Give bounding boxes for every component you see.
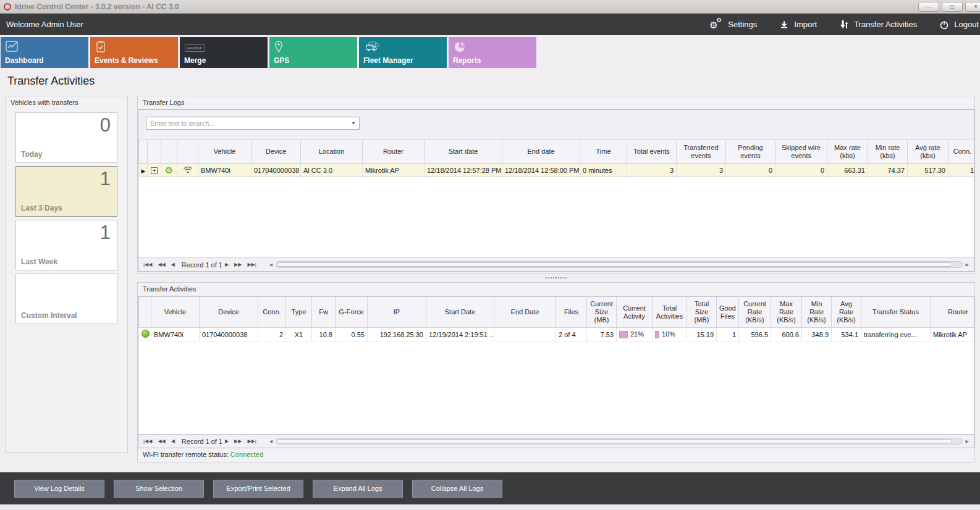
col-time[interactable]: Time xyxy=(580,140,627,164)
pager-next-group-icon[interactable]: ▶▶ xyxy=(234,438,242,444)
panel-splitter[interactable] xyxy=(137,274,975,282)
transfer-activities-button[interactable]: Transfer Activities xyxy=(839,19,917,30)
cell-transfer-status: transferring eve... xyxy=(861,328,931,341)
col-files[interactable]: Files xyxy=(556,297,587,328)
pager-prev-icon[interactable]: ◀ xyxy=(171,438,175,444)
gear-icon[interactable]: ⚙ xyxy=(161,164,177,177)
col-conn[interactable]: Conn. xyxy=(258,297,286,328)
col-max-rate[interactable]: Max rate (kbs) xyxy=(827,140,868,164)
col-vehicle[interactable]: Vehicle xyxy=(151,297,200,328)
col-total-activities[interactable]: Total Activities xyxy=(653,297,687,328)
cell-gforce: 0.55 xyxy=(336,328,368,341)
expand-row-icon[interactable] xyxy=(148,164,161,177)
col-avg-rate[interactable]: Avg rate (kbs) xyxy=(908,140,948,164)
col-gforce[interactable]: G-Force xyxy=(336,297,368,328)
pager-last-icon[interactable]: ▶▶| xyxy=(247,438,256,444)
pager-first-icon[interactable]: |◀◀ xyxy=(143,262,152,267)
col-start-date[interactable]: Start Date xyxy=(426,297,494,328)
transfer-log-row[interactable]: ▶ ⚙ BMW740i 017040000038 Al CC 3.0 Mikro… xyxy=(139,164,974,177)
tile-gps[interactable]: GPS xyxy=(269,37,357,68)
scroll-thumb[interactable] xyxy=(277,262,952,267)
col-router[interactable]: Router xyxy=(931,297,974,328)
col-ip[interactable]: IP xyxy=(368,297,426,328)
activities-header-row: Vehicle Device Conn. Type Fw G-Force IP … xyxy=(139,297,974,328)
col-fw[interactable]: Fw xyxy=(312,297,336,328)
col-transferred-events[interactable]: Transferred events xyxy=(677,140,726,164)
minimize-button[interactable]: — xyxy=(918,2,939,12)
dropdown-arrow-icon[interactable]: ▼ xyxy=(348,121,359,125)
card-today[interactable]: 0 Today xyxy=(15,112,117,163)
col-min-rate[interactable]: Min Rate (KB/s) xyxy=(802,297,832,328)
card-custom-interval[interactable]: Custom Interval xyxy=(15,274,117,324)
col-max-rate[interactable]: Max Rate (KB/s) xyxy=(771,297,802,328)
tile-merge[interactable]: MERGE Merge xyxy=(180,37,268,68)
col-transfer-status[interactable]: Transfer Status xyxy=(861,297,931,328)
view-log-details-button[interactable]: View Log Details xyxy=(14,480,104,498)
col-end-date[interactable]: End date xyxy=(502,140,580,164)
logout-label: Logout xyxy=(954,20,979,29)
scroll-right-icon[interactable]: ▶ xyxy=(966,262,969,267)
pager-next-group-icon[interactable]: ▶▶ xyxy=(234,262,242,267)
col-start-date[interactable]: Start date xyxy=(425,140,502,164)
maximize-button[interactable]: ▢ xyxy=(942,2,963,12)
cell-vehicle: BMW740i xyxy=(151,328,200,341)
pager-prev-group-icon[interactable]: ◀◀ xyxy=(158,262,165,267)
col-pending-events[interactable]: Pending events xyxy=(726,140,775,164)
show-selection-button[interactable]: Show Selection xyxy=(114,480,204,498)
tile-dashboard[interactable]: Dashboard xyxy=(1,37,88,68)
col-type[interactable]: Type xyxy=(286,297,312,328)
expand-all-logs-button[interactable]: Expand All Logs xyxy=(313,480,403,498)
collapse-all-logs-button[interactable]: Collapse All Logs xyxy=(412,480,502,498)
col-vehicle[interactable]: Vehicle xyxy=(198,140,251,164)
app-logo-icon xyxy=(4,3,11,10)
tile-label: Events & Reviews xyxy=(95,56,158,65)
col-good-files[interactable]: Good Files xyxy=(717,297,739,328)
card-last-3-days[interactable]: 1 Last 3 Days xyxy=(15,166,117,217)
col-conn[interactable]: Conn. xyxy=(948,140,974,164)
col-total-size[interactable]: Total Size (MB) xyxy=(687,297,717,328)
scroll-left-icon[interactable]: ◀ xyxy=(269,439,272,444)
tile-reports[interactable]: Reports xyxy=(449,37,536,68)
tile-events-reviews[interactable]: Events & Reviews xyxy=(90,37,178,68)
scroll-track[interactable] xyxy=(276,261,962,268)
card-last-week[interactable]: 1 Last Week xyxy=(15,220,117,270)
pager-next-icon[interactable]: ▶ xyxy=(225,262,229,267)
col-total-events[interactable]: Total events xyxy=(627,140,677,164)
close-button[interactable]: ✕ xyxy=(965,2,980,12)
scroll-thumb[interactable] xyxy=(277,439,952,443)
pager-next-icon[interactable]: ▶ xyxy=(225,438,229,444)
pager-prev-icon[interactable]: ◀ xyxy=(171,262,175,267)
col-end-date[interactable]: End Date xyxy=(494,297,556,328)
search-input[interactable] xyxy=(146,120,348,127)
activities-hscrollbar[interactable]: ◀ ▶ xyxy=(269,438,969,445)
col-skipped-wire-events[interactable]: Skipped wire events xyxy=(775,140,827,164)
logout-button[interactable]: Logout xyxy=(939,20,979,30)
pager-prev-group-icon[interactable]: ◀◀ xyxy=(158,438,165,444)
col-min-rate[interactable]: Min rate (kbs) xyxy=(868,140,908,164)
import-button[interactable]: Import xyxy=(779,20,817,30)
col-current-size[interactable]: Current Size (MB) xyxy=(587,297,617,328)
col-current-rate[interactable]: Current Rate (KB/s) xyxy=(739,297,771,328)
scroll-right-icon[interactable]: ▶ xyxy=(966,439,969,444)
pager-last-icon[interactable]: ▶▶| xyxy=(247,262,256,267)
logs-hscrollbar[interactable]: ◀ ▶ xyxy=(269,261,969,268)
transfer-activity-row[interactable]: BMW740i 017040000038 2 X1 10.8 0.55 192.… xyxy=(139,328,974,341)
vehicles-with-transfers-panel: Vehicles with transfers 0 Today 1 Last 3… xyxy=(5,96,128,453)
col-avg-rate[interactable]: Avg Rate (KB/s) xyxy=(832,297,861,328)
pager-first-icon[interactable]: |◀◀ xyxy=(143,438,152,444)
col-location[interactable]: Location xyxy=(301,140,363,164)
cell-avg-rate: 534.1 xyxy=(832,328,861,341)
col-router[interactable]: Router xyxy=(363,140,425,164)
col-device[interactable]: Device xyxy=(200,297,258,328)
col-current-activity[interactable]: Current Activity xyxy=(617,297,653,328)
export-print-selected-button[interactable]: Export/Print Selected xyxy=(213,480,303,498)
transfer-activities-table: Vehicle Device Conn. Type Fw G-Force IP … xyxy=(138,296,974,341)
scroll-track[interactable] xyxy=(276,438,962,445)
tile-fleet-manager[interactable]: Fleet Manager xyxy=(359,37,447,68)
interval-cards: 0 Today 1 Last 3 Days 1 Last Week Custom… xyxy=(6,109,127,324)
cell-type: X1 xyxy=(286,328,312,341)
cell-time: 0 minutes xyxy=(580,164,627,177)
scroll-left-icon[interactable]: ◀ xyxy=(269,262,272,267)
settings-button[interactable]: ⚙⚙ Settings xyxy=(709,19,757,31)
col-device[interactable]: Device xyxy=(251,140,301,164)
